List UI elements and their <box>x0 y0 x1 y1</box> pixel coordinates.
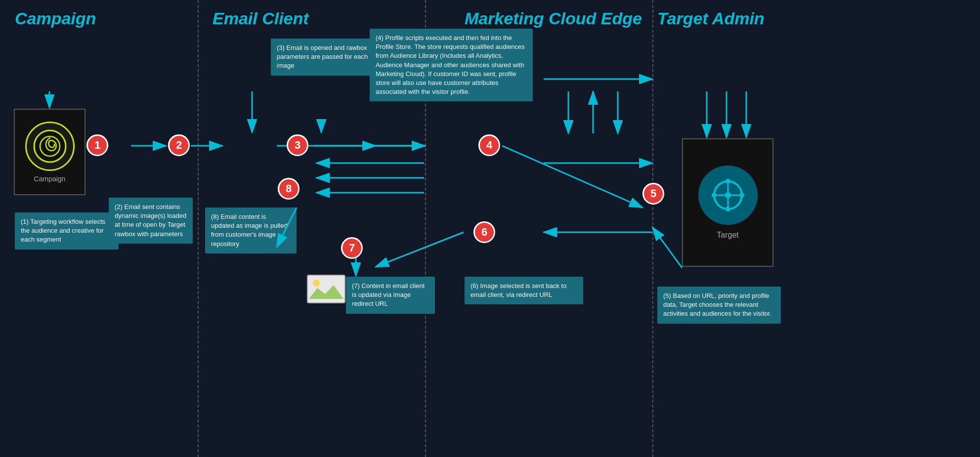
diagram-container: Campaign Email Client Marketing Cloud Ed… <box>0 0 980 457</box>
info-box-4: (4) Profile scripts executed and then fe… <box>370 29 533 101</box>
info-box-8: (8) Email content is updated as image is… <box>205 208 297 253</box>
campaign-box: Campaign <box>14 109 85 195</box>
target-box: Target <box>682 138 773 267</box>
header-email-client: Email Client <box>213 9 309 28</box>
svg-point-13 <box>313 280 320 287</box>
svg-line-38 <box>376 232 464 267</box>
info-box-6: (6) Image selected is sent back to email… <box>465 277 583 304</box>
header-mce: Marketing Cloud Edge <box>465 9 642 28</box>
header-campaign: Campaign <box>15 9 96 28</box>
info-box-7: (7) Content in email client is updated v… <box>346 277 435 314</box>
info-box-3: (3) Email is opened and rawbox parameter… <box>271 39 375 76</box>
svg-line-36 <box>652 227 682 268</box>
svg-point-6 <box>712 193 717 198</box>
step-circle-8: 8 <box>278 178 299 200</box>
step-circle-6: 6 <box>473 221 495 243</box>
step-circle-2: 2 <box>168 134 190 156</box>
step-circle-4: 4 <box>478 134 500 156</box>
step-circle-5: 5 <box>642 183 664 205</box>
divider-3 <box>652 0 653 457</box>
info-box-5: (5) Based on URL, priority and profile d… <box>657 287 781 324</box>
step-circle-1: 1 <box>86 134 108 156</box>
target-label: Target <box>717 231 738 240</box>
svg-point-3 <box>725 192 731 198</box>
target-logo <box>698 166 758 225</box>
info-box-1: (1) Targeting workflow selects the audie… <box>15 212 119 249</box>
svg-point-4 <box>725 179 730 184</box>
divider-1 <box>198 0 199 457</box>
campaign-label: Campaign <box>34 175 66 183</box>
svg-point-7 <box>739 193 744 198</box>
info-box-2: (2) Email sent contains dynamic image(s)… <box>109 198 193 244</box>
step-circle-3: 3 <box>287 134 308 156</box>
header-target-admin: Target Admin <box>657 9 765 28</box>
step-circle-7: 7 <box>341 237 363 259</box>
image-placeholder <box>306 274 346 304</box>
campaign-logo <box>25 122 75 171</box>
svg-point-5 <box>725 207 730 211</box>
svg-line-34 <box>502 146 642 208</box>
